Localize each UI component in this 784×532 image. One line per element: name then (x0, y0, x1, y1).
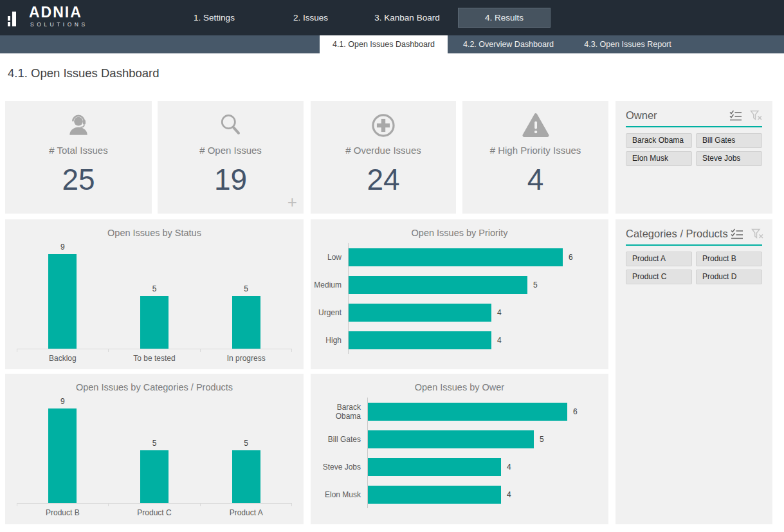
bar (349, 304, 491, 322)
slicer-button[interactable]: Steve Jobs (696, 151, 762, 166)
bar-value-label: 9 (60, 397, 65, 406)
multi-select-icon[interactable] (729, 110, 742, 121)
slicer-button[interactable]: Product C (626, 270, 692, 284)
axis-tick (201, 349, 292, 352)
category-label: High (311, 336, 348, 345)
slicer-button[interactable]: Elon Musk (626, 151, 692, 166)
chart-panel-categories-products: Open Issues by Categories / Products 955… (5, 374, 304, 524)
warning-triangle-icon (522, 111, 550, 140)
tab-open-issues-dashboard[interactable]: 4.1. Open Issues Dashboard (320, 35, 448, 53)
kpi-card-total-issues: # Total Issues 25 (5, 101, 152, 214)
kpi-card-open-issues: # Open Issues 19 + (158, 101, 304, 214)
bar-track: 4 (348, 298, 608, 326)
axis-tick (201, 504, 292, 506)
slicer-accent-line (626, 244, 762, 246)
slicer-title: Owner (626, 109, 657, 122)
chart-panel-status: Open Issues by Status 955BacklogTo be te… (5, 219, 304, 369)
bar-value-label: 4 (497, 336, 502, 345)
brand-name: ADNIA (29, 5, 88, 20)
logo-bars-icon (8, 8, 24, 28)
category-label: Product C (109, 508, 201, 517)
bar (140, 450, 169, 503)
category-label: Elon Musk (311, 490, 367, 499)
category-labels: BacklogTo be testedIn progress (17, 354, 292, 363)
bar-chart-open-issues-by-owner: Barack Obama6Bill Gates5Steve Jobs4Elon … (311, 398, 608, 508)
kpi-label: # High Priority Issues (490, 145, 581, 156)
axis-tick (109, 349, 200, 352)
sub-navigation-bar: 4.1. Open Issues Dashboard 4.2. Overview… (0, 35, 784, 53)
bar (48, 408, 77, 503)
bar-value-label: 5 (533, 280, 538, 289)
bar-track: 6 (348, 243, 608, 271)
tab-open-issues-report[interactable]: 4.3. Open Issues Report (569, 35, 686, 53)
bar (48, 254, 77, 349)
bar-chart-open-issues-by-priority: Low6Medium5Urgent4High4 (311, 243, 608, 354)
category-label: Barack Obama (311, 403, 367, 421)
column-chart-open-issues-by-status: 955BacklogTo be testedIn progress (5, 241, 304, 363)
main-nav: 1. Settings 2. Issues 3. Kanban Board 4.… (166, 0, 553, 35)
slicer-button[interactable]: Product A (626, 252, 692, 266)
category-label: In progress (200, 354, 292, 363)
bar (349, 331, 491, 349)
nav-results[interactable]: 4. Results (458, 8, 551, 28)
support-person-icon (64, 111, 93, 140)
slicer-categories-buttons: Product AProduct BProduct CProduct D (626, 252, 762, 284)
slicer-button[interactable]: Product D (696, 270, 762, 284)
kpi-value: 24 (367, 162, 399, 197)
kpi-card-high-priority-issues: # High Priority Issues 4 (462, 101, 608, 214)
axis-ticks (17, 504, 292, 506)
page-title: 4.1. Open Issues Dashboard (8, 66, 160, 80)
slicer-button[interactable]: Bill Gates (696, 133, 762, 148)
category-label: Bill Gates (311, 435, 367, 444)
brand-subtitle: SOLUTIONS (30, 21, 88, 28)
bar-value-label: 5 (244, 439, 248, 448)
kpi-value: 19 (214, 162, 247, 197)
bar-value-label: 5 (540, 435, 544, 444)
bar-track: 5 (348, 271, 608, 298)
slicer-button[interactable]: Product B (696, 252, 762, 266)
category-labels: Product BProduct CProduct A (17, 508, 292, 517)
bar (232, 450, 260, 503)
multi-select-icon[interactable] (731, 228, 743, 239)
slicer-accent-line (626, 126, 762, 127)
clear-filter-icon[interactable] (750, 110, 762, 121)
category-label: Backlog (17, 354, 109, 363)
bar (349, 276, 527, 294)
bar (368, 403, 567, 421)
plot-area: 955 (17, 395, 292, 503)
bar (349, 248, 563, 266)
plus-cursor-glyph: + (287, 192, 297, 212)
category-label: Product B (17, 508, 109, 517)
plot-area: 955 (17, 241, 292, 349)
nav-kanban-board[interactable]: 3. Kanban Board (359, 0, 455, 35)
adnia-logo: ADNIA SOLUTIONS (8, 5, 88, 28)
chart-column: 9 (17, 397, 109, 503)
bar-track: 4 (348, 326, 608, 354)
bar-value-label: 4 (507, 490, 511, 499)
axis-ticks (17, 349, 292, 352)
slicer-button[interactable]: Barack Obama (626, 133, 692, 148)
category-label: Steve Jobs (311, 463, 367, 472)
chart-row: Urgent4 (311, 298, 608, 326)
bar (368, 486, 501, 504)
bar-value-label: 4 (507, 463, 511, 472)
chart-column: 5 (200, 439, 292, 503)
nav-issues[interactable]: 2. Issues (262, 0, 359, 35)
magnifier-icon (217, 111, 245, 140)
column-chart-open-issues-by-categories: 955Product BProduct CProduct A (5, 395, 304, 517)
kpi-value: 4 (527, 162, 544, 197)
category-label: To be tested (109, 354, 201, 363)
chart-column: 5 (109, 284, 201, 349)
chart-title: Open Issues by Status (5, 228, 304, 238)
nav-settings[interactable]: 1. Settings (166, 0, 262, 35)
logo-text: ADNIA SOLUTIONS (29, 5, 88, 28)
bar-value-label: 5 (152, 284, 157, 293)
chart-row: Elon Musk4 (311, 481, 608, 508)
plus-circle-icon (369, 111, 397, 140)
chart-row: Steve Jobs4 (311, 453, 608, 481)
slicer-categories-products: Categories / Products Product AProduct B… (615, 219, 772, 524)
kpi-value: 25 (62, 162, 95, 197)
clear-filter-icon[interactable] (751, 228, 763, 239)
tab-overview-dashboard[interactable]: 4.2. Overview Dashboard (448, 35, 569, 53)
slicer-title: Categories / Products (626, 228, 728, 240)
